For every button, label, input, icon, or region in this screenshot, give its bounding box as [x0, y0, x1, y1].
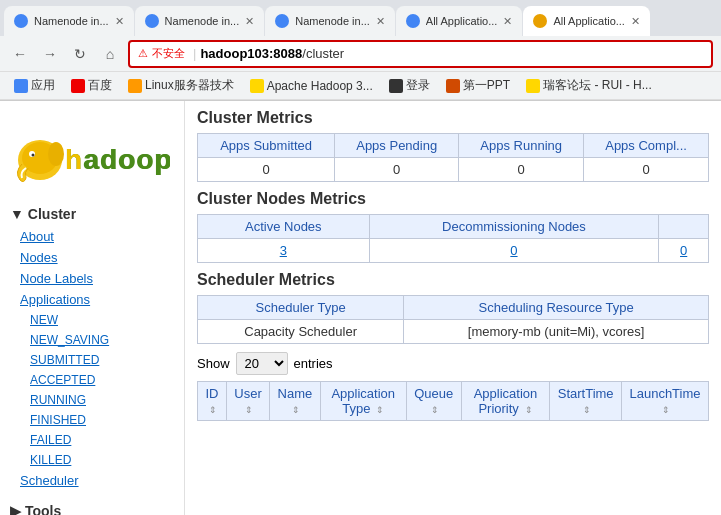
tab-label-5: All Applicatio... [553, 15, 625, 27]
show-select[interactable]: 10 20 25 50 100 [236, 352, 288, 375]
reload-button[interactable]: ↻ [68, 42, 92, 66]
address-path: /cluster [302, 46, 344, 61]
cluster-title[interactable]: ▼ Cluster [0, 202, 184, 226]
bookmark-baidu-icon [71, 79, 85, 93]
app-header-queue[interactable]: Queue ⇕ [406, 382, 461, 421]
cn-val-decommissioned[interactable]: 0 [659, 239, 709, 263]
sort-name: ⇕ [292, 405, 300, 415]
tab-close-5[interactable]: ✕ [631, 15, 640, 28]
app-running-link[interactable]: RUNNING [0, 390, 184, 410]
tab-close-4[interactable]: ✕ [503, 15, 512, 28]
sort-launchtime: ⇕ [662, 405, 670, 415]
bookmark-baidu[interactable]: 百度 [65, 75, 118, 96]
home-button[interactable]: ⌂ [98, 42, 122, 66]
app-header-name[interactable]: Name ⇕ [270, 382, 321, 421]
tools-label: Tools [25, 503, 61, 515]
app-header-id[interactable]: ID ⇕ [198, 382, 227, 421]
tab-label-3: Namenode in... [295, 15, 370, 27]
bookmark-hadoop[interactable]: Apache Hadoop 3... [244, 77, 379, 95]
tab-4[interactable]: All Applicatio... ✕ [396, 6, 523, 36]
bookmark-baidu-label: 百度 [88, 77, 112, 94]
app-submitted-link[interactable]: SUBMITTED [0, 350, 184, 370]
scheduler-metrics-table: Scheduler Type Scheduling Resource Type … [197, 295, 709, 344]
app-table: ID ⇕ User ⇕ Name ⇕ Application Type ⇕ [197, 381, 709, 421]
bookmark-hadoop-label: Apache Hadoop 3... [267, 79, 373, 93]
cm-val-submitted: 0 [198, 158, 335, 182]
sm-val-resource: [memory-mb (unit=Mi), vcores] [404, 320, 709, 344]
tab-label-4: All Applicatio... [426, 15, 498, 27]
tab-close-3[interactable]: ✕ [376, 15, 385, 28]
cluster-nodes-table: Active Nodes Decommissioning Nodes 3 0 0 [197, 214, 709, 263]
tab-favicon-3 [275, 14, 289, 28]
tab-2[interactable]: Namenode in... ✕ [135, 6, 265, 36]
bookmark-apps-label: 应用 [31, 77, 55, 94]
cm-header-pending: Apps Pending [335, 134, 459, 158]
forward-button[interactable]: → [38, 42, 62, 66]
address-bar[interactable]: ⚠ 不安全 | hadoop103:8088 /cluster [128, 40, 713, 68]
bookmark-rui-label: 瑞客论坛 - RUI - H... [543, 77, 652, 94]
app-finished-link[interactable]: FINISHED [0, 410, 184, 430]
svg-point-4 [48, 142, 64, 166]
sort-queue: ⇕ [431, 405, 439, 415]
app-header-launchtime[interactable]: LaunchTime ⇕ [622, 382, 709, 421]
entries-label: entries [294, 356, 333, 371]
cn-header-decommissioned [659, 215, 709, 239]
cluster-label: Cluster [28, 206, 76, 222]
bookmark-rui-icon [526, 79, 540, 93]
app-failed-link[interactable]: FAILED [0, 430, 184, 450]
bookmark-ppt-label: 第一PPT [463, 77, 510, 94]
sm-header-type: Scheduler Type [198, 296, 404, 320]
tab-close-2[interactable]: ✕ [245, 15, 254, 28]
bookmark-linux[interactable]: Linux服务器技术 [122, 75, 240, 96]
app-header-starttime[interactable]: StartTime ⇕ [550, 382, 622, 421]
tab-bar: Namenode in... ✕ Namenode in... ✕ Nameno… [0, 0, 721, 36]
app-header-priority[interactable]: Application Priority ⇕ [461, 382, 550, 421]
bookmarks-bar: 应用 百度 Linux服务器技术 Apache Hadoop 3... 登录 第… [0, 72, 721, 100]
nav-bar: ← → ↻ ⌂ ⚠ 不安全 | hadoop103:8088 /cluster [0, 36, 721, 72]
bookmark-ppt[interactable]: 第一PPT [440, 75, 516, 96]
app-header-user[interactable]: User ⇕ [226, 382, 269, 421]
tab-1[interactable]: Namenode in... ✕ [4, 6, 134, 36]
bookmark-login[interactable]: 登录 [383, 75, 436, 96]
insecure-label: 不安全 [152, 46, 185, 61]
scheduler-link[interactable]: Scheduler [0, 470, 184, 491]
sort-priority: ⇕ [525, 405, 533, 415]
tab-3[interactable]: Namenode in... ✕ [265, 6, 395, 36]
app-header-type[interactable]: Application Type ⇕ [320, 382, 406, 421]
hadoop-logo-area: hadoop h adoop [0, 109, 184, 198]
nodes-link[interactable]: Nodes [0, 247, 184, 268]
sm-header-resource: Scheduling Resource Type [404, 296, 709, 320]
tools-section: ▶ Tools [0, 495, 184, 515]
sort-id: ⇕ [209, 405, 217, 415]
cn-val-active[interactable]: 3 [198, 239, 370, 263]
tools-title[interactable]: ▶ Tools [0, 499, 184, 515]
sidebar: hadoop h adoop ▼ Cluster About Nodes Nod… [0, 101, 185, 515]
back-button[interactable]: ← [8, 42, 32, 66]
bookmark-linux-icon [128, 79, 142, 93]
tools-arrow: ▶ [10, 503, 21, 515]
svg-text:h: h [65, 144, 83, 175]
lock-icon: ⚠ [138, 47, 148, 60]
bookmark-rui[interactable]: 瑞客论坛 - RUI - H... [520, 75, 658, 96]
cn-val-decommissioning[interactable]: 0 [369, 239, 659, 263]
cm-header-submitted: Apps Submitted [198, 134, 335, 158]
app-killed-link[interactable]: KILLED [0, 450, 184, 470]
address-highlight: hadoop103:8088 [200, 46, 302, 61]
bookmark-apps[interactable]: 应用 [8, 75, 61, 96]
sm-val-type: Capacity Scheduler [198, 320, 404, 344]
node-labels-link[interactable]: Node Labels [0, 268, 184, 289]
app-accepted-link[interactable]: ACCEPTED [0, 370, 184, 390]
svg-point-3 [32, 154, 35, 157]
tab-5[interactable]: All Applicatio... ✕ [523, 6, 650, 36]
app-new-link[interactable]: NEW [0, 310, 184, 330]
app-new-saving-link[interactable]: NEW_SAVING [0, 330, 184, 350]
main-content: Cluster Metrics Apps Submitted Apps Pend… [185, 101, 721, 515]
about-link[interactable]: About [0, 226, 184, 247]
cluster-metrics-table: Apps Submitted Apps Pending Apps Running… [197, 133, 709, 182]
sort-starttime: ⇕ [583, 405, 591, 415]
svg-text:adoop: adoop [84, 144, 170, 175]
applications-link[interactable]: Applications [0, 289, 184, 310]
tab-favicon-1 [14, 14, 28, 28]
tab-label-1: Namenode in... [34, 15, 109, 27]
tab-close-1[interactable]: ✕ [115, 15, 124, 28]
